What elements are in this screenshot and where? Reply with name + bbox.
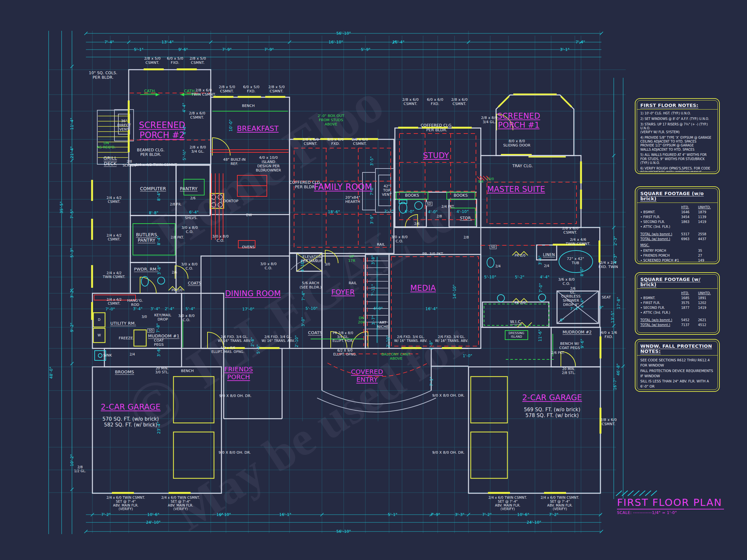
note-item: 2) SET WINDOWS @ 8'-0" A.F.F. (TYP.) U.N… xyxy=(640,117,714,121)
sqft-totals: TOTAL (w/o bsmnt.)53172558TOTAL (w/ bsmn… xyxy=(640,232,714,241)
table-row: • FIRST FLR.34541139 xyxy=(640,215,714,219)
window-notes-body: SEE CODE SECTIONS R612 THRU R612.4 FOR W… xyxy=(640,357,714,390)
sqft-misc-rows: • ENTRY PORCH35• FRIENDS PORCH27• SCREEN… xyxy=(640,248,714,262)
table-row: TOTAL (w/ bsmnt.)71374512 xyxy=(640,322,714,327)
table-row: TOTAL (w/o bsmnt.)53172558 xyxy=(640,232,714,237)
table-row: • BSMNT.16851891 xyxy=(640,296,714,300)
table-row: TOTAL (w/ bsmnt.)69634437 xyxy=(640,237,714,241)
table-row: TOTAL (w/o bsmnt.)54522621 xyxy=(640,318,714,322)
sqft-rows: • BSMNT.16851891• FIRST FLR.35751202• SE… xyxy=(640,296,714,315)
table-row: • BSMNT.16461879 xyxy=(640,210,714,215)
sqft-wo-brick-panel: SQUARE FOOTAGE (w/o brick) HTD. UNHTD. •… xyxy=(635,186,720,264)
panel-rule xyxy=(637,355,718,355)
table-row: • ATTIC (3rd. FLR.) xyxy=(640,310,714,315)
panel-title: FIRST FLOOR NOTES: xyxy=(640,103,714,108)
sqft-header: HTD. UNHTD. xyxy=(640,291,714,296)
sqft-totals: TOTAL (w/o bsmnt.)54522621TOTAL (w/ bsmn… xyxy=(640,318,714,327)
table-row: • SECOND FLR.18631419 xyxy=(640,219,714,224)
table-row: • SECOND FLR.18771419 xyxy=(640,305,714,310)
note-item: 1) 10'-0" CLG. HGT. (TYP.) U.N.O. xyxy=(640,111,714,115)
sheet-scale: SCALE: ------------1/4" = 1'-0" xyxy=(617,510,724,515)
note-item: 4) PROVIDE 5/8" TYPE 'X' GYPSUM @ GARAGE… xyxy=(640,136,714,152)
panel-rule xyxy=(637,288,718,289)
table-row: • FRIENDS PORCH27 xyxy=(640,253,714,258)
panel-title: SQUARE FOOTAGE (w/o brick) xyxy=(640,191,714,201)
panel-title: SQUARE FOOTAGE (w/ brick) xyxy=(640,277,714,287)
note-item: 3) STAIRS: UP 17 RISERS @ 7¾" (+ -) (TYP… xyxy=(640,123,714,134)
panel-rule xyxy=(637,109,718,110)
notes-list: 1) 10'-0" CLG. HGT. (TYP.) U.N.O.2) SET … xyxy=(640,111,714,172)
title-block: FIRST FLOOR PLAN SCALE: ------------1/4"… xyxy=(617,497,724,515)
table-row: • ATTIC (3rd. FLR.) xyxy=(640,224,714,229)
table-row: • SCREENED PORCH #1149 xyxy=(640,258,714,262)
note-item: 6) VERIFY ROUGH OPNG'S,SPECS. FOR CODE R… xyxy=(640,166,714,172)
table-row: • ENTRY PORCH35 xyxy=(640,248,714,253)
sqft-w-brick-panel: SQUARE FOOTAGE (w/ brick) HTD. UNHTD. • … xyxy=(635,272,720,335)
panel-title: WNDW. FALL PROTECTION NOTES: xyxy=(640,344,714,354)
first-floor-notes-panel: FIRST FLOOR NOTES: 1) 10'-0" CLG. HGT. (… xyxy=(635,98,720,174)
panel-rule xyxy=(637,203,718,203)
floor-plan-canvas: © Home Floo ILLEGAL to May be used for S… xyxy=(0,0,747,560)
window-fall-protection-panel: WNDW. FALL PROTECTION NOTES: SEE CODE SE… xyxy=(635,339,720,392)
misc-title: MISC. xyxy=(640,243,714,247)
sqft-rows: • BSMNT.16461879• FIRST FLR.34541139• SE… xyxy=(640,210,714,229)
table-row: • FIRST FLR.35751202 xyxy=(640,300,714,305)
sqft-header: HTD. UNHTD. xyxy=(640,205,714,210)
note-item: 5) ALL WALLS FIGURED AT 4" WIDTHS FOR FO… xyxy=(640,153,714,165)
sheet-title: FIRST FLOOR PLAN xyxy=(617,497,724,509)
